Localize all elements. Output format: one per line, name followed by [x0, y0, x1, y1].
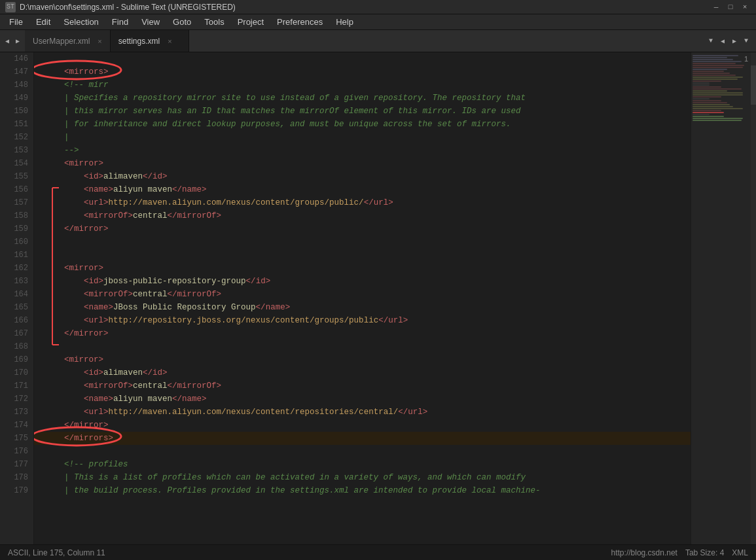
- code-editor[interactable]: <mirrors> <!-- mirr | Specifies a reposi…: [34, 52, 691, 544]
- code-line-171: <mirrorOf>central</mirrorOf>: [34, 379, 691, 393]
- tab-list-button[interactable]: ▼: [706, 37, 715, 46]
- tab-usermapper-label: UserMapper.xml: [33, 37, 90, 46]
- minimap-page: 1: [744, 55, 748, 63]
- menu-edit[interactable]: Edit: [29, 16, 57, 28]
- line-number: 150: [0, 105, 33, 118]
- tab-settings-close[interactable]: ×: [168, 37, 171, 45]
- tab-usermapper[interactable]: UserMapper.xml ×: [25, 30, 111, 52]
- code-line-172: <name>aliyun maven</name>: [34, 393, 691, 406]
- code-line-155: <id>alimaven</id>: [34, 170, 691, 183]
- line-number: 171: [0, 379, 33, 393]
- line-number: 172: [0, 393, 33, 406]
- tab-list: UserMapper.xml × settings.xml ×: [25, 30, 701, 52]
- line-number: 164: [0, 288, 33, 301]
- line-number: 149: [0, 92, 33, 105]
- status-bar-right: http://blog.csdn.net Tab Size: 4 XML: [611, 548, 748, 557]
- code-line-158: <mirrorOf>central</mirrorOf>: [34, 209, 691, 222]
- line-number: 170: [0, 366, 33, 379]
- line-number: 159: [0, 222, 33, 236]
- code-line-174: </mirror>: [34, 419, 691, 432]
- line-number: 147: [0, 65, 33, 79]
- tab-settings-label: settings.xml: [118, 37, 160, 46]
- line-number: 168: [0, 340, 33, 353]
- minimap-thumb[interactable]: [751, 65, 756, 105]
- line-number-gutter: 146 147 148 149 150 151 152 153 154 155 …: [0, 52, 34, 544]
- code-line-168: [34, 340, 691, 353]
- status-bar-left: ASCII, Line 175, Column 11: [8, 548, 105, 557]
- window-controls[interactable]: — □ ×: [710, 1, 751, 13]
- status-encoding[interactable]: XML: [732, 548, 748, 557]
- line-number: 165: [0, 301, 33, 314]
- app-icon: ST: [5, 2, 16, 12]
- title-bar-left: ST D:\maven\conf\settings.xml - Sublime …: [5, 2, 236, 12]
- line-number: 178: [0, 471, 33, 484]
- code-line-153: -->: [34, 144, 691, 157]
- code-line-159: </mirror>: [34, 222, 691, 236]
- tab-prev-button[interactable]: ◀: [3, 37, 12, 46]
- title-bar: ST D:\maven\conf\settings.xml - Sublime …: [0, 0, 756, 14]
- line-number: 155: [0, 170, 33, 183]
- menu-preferences[interactable]: Preferences: [270, 16, 329, 28]
- tab-extra-button[interactable]: ▼: [742, 37, 751, 46]
- code-line-163: <id>jboss-public-repository-group</id>: [34, 275, 691, 288]
- line-number: 169: [0, 353, 33, 366]
- code-line-177: <!-- profiles: [34, 458, 691, 471]
- tab-scroll-left[interactable]: ◀: [718, 37, 727, 46]
- line-number: 177: [0, 458, 33, 471]
- line-number: 158: [0, 209, 33, 222]
- code-line-176: [34, 445, 691, 458]
- code-line-166: <url>http://repository.jboss.org/nexus/c…: [34, 314, 691, 327]
- code-line-147: <mirrors>: [34, 65, 691, 79]
- minimap: 1: [691, 52, 756, 544]
- code-line-173: <url>http://maven.aliyun.com/nexus/conte…: [34, 406, 691, 419]
- minimap-scrollbar[interactable]: [751, 52, 756, 544]
- code-line-146: [34, 52, 691, 65]
- menu-goto[interactable]: Goto: [166, 16, 198, 28]
- tab-bar: ◀ ▶ UserMapper.xml × settings.xml × ▼ ◀ …: [0, 30, 756, 52]
- line-number: 174: [0, 419, 33, 432]
- code-line-179: | the build process. Profiles provided i…: [34, 484, 691, 497]
- code-line-164: <mirrorOf>central</mirrorOf>: [34, 288, 691, 301]
- menu-file[interactable]: File: [3, 16, 29, 28]
- line-number: 173: [0, 406, 33, 419]
- line-number: 154: [0, 157, 33, 170]
- code-line-156: <name>aliyun maven</name>: [34, 183, 691, 196]
- code-line-165: <name>JBoss Public Repository Group</nam…: [34, 301, 691, 314]
- code-line-170: <id>alimaven</id>: [34, 366, 691, 379]
- code-line-178: | This is a list of profiles which can b…: [34, 471, 691, 484]
- tab-nav-left: ◀ ▶: [0, 30, 25, 52]
- line-number: 152: [0, 131, 33, 144]
- menu-selection[interactable]: Selection: [57, 16, 105, 28]
- menu-project[interactable]: Project: [231, 16, 270, 28]
- line-number: 151: [0, 118, 33, 131]
- code-content: <mirrors> <!-- mirr | Specifies a reposi…: [34, 52, 691, 497]
- code-line-167: </mirror>: [34, 327, 691, 340]
- minimap-content: [691, 52, 751, 544]
- line-number: 153: [0, 144, 33, 157]
- line-number: 156: [0, 183, 33, 196]
- line-number: 179: [0, 484, 33, 497]
- status-tab-size[interactable]: Tab Size: 4: [685, 548, 724, 557]
- code-line-169: <mirror>: [34, 353, 691, 366]
- tab-settings[interactable]: settings.xml ×: [111, 30, 189, 52]
- line-number: 161: [0, 249, 33, 262]
- code-line-148: <!-- mirr: [34, 79, 691, 92]
- code-line-160: [34, 236, 691, 249]
- menu-bar: File Edit Selection Find View Goto Tools…: [0, 14, 756, 30]
- code-line-162: <mirror>: [34, 262, 691, 275]
- tab-next-button[interactable]: ▶: [13, 37, 22, 46]
- main-content: 146 147 148 149 150 151 152 153 154 155 …: [0, 52, 756, 544]
- tab-scroll-right[interactable]: ▶: [730, 37, 739, 46]
- line-number: 167: [0, 327, 33, 340]
- tab-usermapper-close[interactable]: ×: [98, 37, 101, 45]
- close-button[interactable]: ×: [739, 1, 751, 13]
- status-bar: ASCII, Line 175, Column 11 http://blog.c…: [0, 544, 756, 560]
- menu-help[interactable]: Help: [329, 16, 360, 28]
- menu-find[interactable]: Find: [105, 16, 135, 28]
- code-line-157: <url>http://maven.aliyun.com/nexus/conte…: [34, 196, 691, 209]
- maximize-button[interactable]: □: [725, 1, 736, 13]
- status-position: ASCII, Line 175, Column 11: [8, 548, 105, 557]
- menu-tools[interactable]: Tools: [198, 16, 230, 28]
- menu-view[interactable]: View: [135, 16, 166, 28]
- minimize-button[interactable]: —: [710, 1, 722, 13]
